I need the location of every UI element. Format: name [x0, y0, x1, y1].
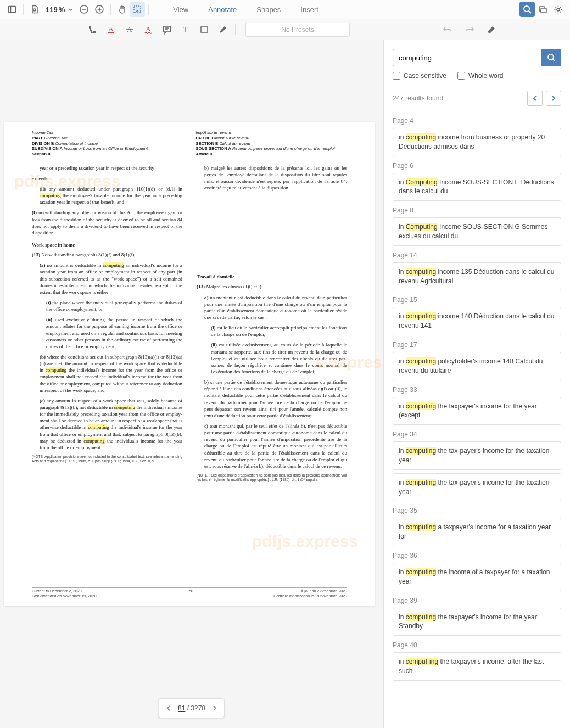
tab-shapes[interactable]: Shapes	[247, 2, 290, 17]
search-result-item[interactable]: in computing the taxpayer's income for t…	[393, 608, 561, 636]
search-input[interactable]	[393, 49, 541, 66]
search-submit-icon[interactable]	[541, 49, 561, 66]
svg-text:A: A	[108, 25, 114, 33]
result-page-label: Page 6	[393, 162, 561, 170]
rectangle-tool-icon[interactable]	[195, 21, 213, 38]
search-result-item[interactable]: in Computing Income SOUS-SECTION G Somme…	[393, 217, 561, 246]
svg-text:T: T	[183, 25, 188, 34]
search-result-item[interactable]: in computing policyholder's income 148 C…	[393, 352, 561, 380]
result-page-label: Page 39	[393, 597, 561, 604]
search-result-item[interactable]: in Computing Income SOUS-SECTION E Déduc…	[393, 173, 561, 201]
zoom-value: 119	[46, 5, 58, 14]
case-sensitive-checkbox[interactable]: Case sensitive	[393, 72, 446, 80]
search-panel: Case sensitive Whole word 247 results fo…	[383, 40, 570, 728]
svg-point-9	[524, 6, 529, 12]
zoom-out-icon[interactable]	[76, 2, 92, 17]
next-page-icon[interactable]	[208, 700, 222, 716]
results-count: 247 results found	[393, 94, 443, 102]
svg-point-2	[33, 9, 36, 11]
prev-result-icon[interactable]	[527, 91, 543, 106]
tab-view[interactable]: View	[163, 2, 198, 17]
svg-point-25	[548, 54, 554, 60]
prev-page-icon[interactable]	[161, 700, 176, 716]
marquee-tool-icon[interactable]	[130, 2, 145, 17]
search-result-item[interactable]: in computing a taxpayer's income for a t…	[393, 518, 561, 546]
zoom-select[interactable]: 119 %	[42, 5, 76, 14]
result-page-label: Page 36	[393, 552, 561, 559]
result-page-label: Page 8	[393, 206, 561, 214]
whole-word-checkbox[interactable]: Whole word	[457, 72, 503, 80]
squiggly-icon[interactable]: A	[139, 21, 157, 38]
redo-icon[interactable]	[461, 21, 478, 38]
search-icon[interactable]	[519, 2, 535, 17]
search-result-item[interactable]: in computing income from business or pro…	[393, 128, 561, 156]
search-result-item[interactable]: in comput-ing the taxpayer's income, aft…	[393, 652, 561, 681]
search-result-item[interactable]: in computing income 135 Déduction dans l…	[393, 262, 561, 291]
svg-rect-14	[93, 31, 96, 33]
page-input[interactable]: 81 / 3278	[176, 704, 208, 712]
document-viewport[interactable]: pdfjs.express s.express pdfjs.express In…	[0, 40, 383, 728]
strikethrough-icon[interactable]: A	[121, 21, 138, 38]
comments-panel-icon[interactable]	[535, 2, 550, 17]
svg-rect-8	[134, 6, 141, 13]
result-page-label: Page 17	[393, 341, 561, 349]
settings-gear-icon[interactable]	[550, 2, 566, 17]
search-result-item[interactable]: in computing the taxpayer's income for t…	[393, 397, 561, 425]
result-page-label: Page 34	[393, 430, 561, 438]
text-highlight-icon[interactable]	[83, 21, 101, 38]
svg-point-13	[557, 8, 560, 11]
result-page-label: Page 15	[393, 296, 561, 304]
search-results-list[interactable]: Page 4in computing income from business …	[384, 111, 570, 728]
svg-text:A: A	[146, 25, 151, 33]
tab-insert[interactable]: Insert	[290, 2, 328, 17]
svg-rect-0	[9, 7, 16, 13]
result-page-label: Page 35	[393, 507, 561, 514]
svg-rect-24	[201, 27, 208, 32]
presets-select[interactable]: No Presets	[245, 23, 350, 37]
search-result-item[interactable]: in computing the tax-payer's income for …	[393, 473, 561, 502]
text-tool-icon[interactable]: T	[177, 21, 194, 38]
ink-tool-icon[interactable]	[214, 21, 232, 38]
search-result-item[interactable]: in computing the income of a taxpayer fo…	[393, 563, 561, 591]
svg-line-10	[529, 11, 531, 13]
result-page-label: Page 33	[393, 386, 561, 394]
underline-icon[interactable]: A	[102, 21, 120, 38]
svg-rect-20	[164, 26, 171, 32]
svg-rect-12	[541, 8, 546, 13]
pan-tool-icon[interactable]	[114, 2, 130, 17]
result-page-label: Page 14	[393, 251, 561, 259]
search-result-item[interactable]: in computing income 140 Déduction dans l…	[393, 307, 561, 335]
next-result-icon[interactable]	[546, 91, 561, 106]
document-icon[interactable]	[27, 2, 42, 17]
eraser-icon[interactable]	[483, 21, 500, 38]
page-navigator: 81 / 3278	[159, 698, 225, 718]
pdf-page: pdfjs.express s.express pdfjs.express In…	[4, 122, 375, 606]
zoom-in-icon[interactable]	[92, 2, 107, 17]
doc-column-french: b) malgré les autres dispositions de la …	[197, 165, 347, 486]
panel-toggle-left-icon[interactable]	[4, 2, 20, 17]
result-page-label: Page 40	[393, 641, 561, 649]
doc-column-english: year or a preceding taxation year in res…	[32, 165, 182, 486]
svg-line-26	[553, 59, 555, 61]
search-result-item[interactable]: in computing the tax-payer's income for …	[393, 441, 561, 470]
watermark: pdfjs.express	[252, 532, 358, 551]
note-icon[interactable]	[158, 21, 176, 38]
tab-annotate[interactable]: Annotate	[198, 2, 247, 17]
undo-icon[interactable]	[439, 21, 456, 38]
result-page-label: Page 4	[393, 117, 561, 125]
